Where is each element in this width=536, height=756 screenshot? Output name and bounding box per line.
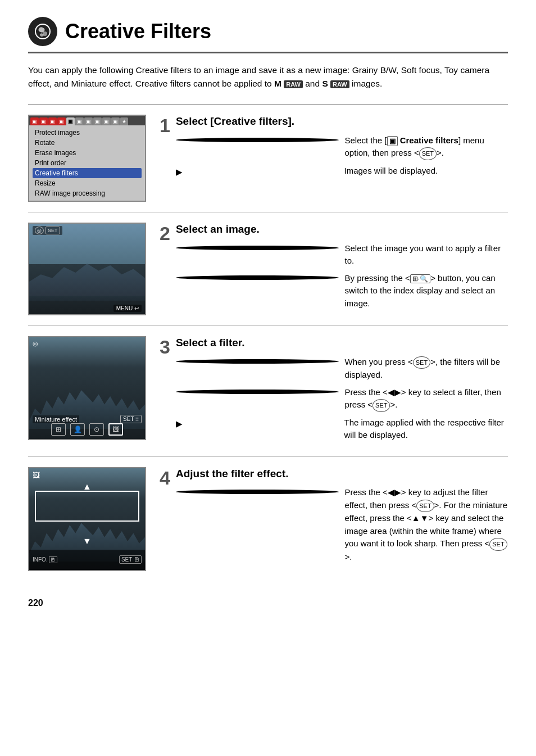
camera-screen-step2: ◎ SET MENU ↩ xyxy=(28,223,146,315)
menu-tab-10: ▣ xyxy=(111,117,120,125)
step-3-content: Select a filter. When you press <SET>, t… xyxy=(176,336,508,446)
bullet-dot-icon-3 xyxy=(176,275,339,280)
step-1-row: ▣ ▣ ▣ ▣ ▣ ▣ ▣ ▣ ▣ ▣ ★ Protect images Rot… xyxy=(28,105,508,212)
step-4-title: Adjust the filter effect. xyxy=(176,467,508,481)
step-4-bullet-1: Press the <◀▶> key to adjust the filter … xyxy=(176,486,508,563)
filter-icon-2: 👤 xyxy=(70,423,85,436)
filter-screen-effect-label: Miniature effect xyxy=(33,415,79,423)
menu-tab-1: ▣ xyxy=(30,117,39,125)
filter-icons-row: ⊞ 👤 ⊙ 🖼 xyxy=(51,423,123,436)
menu-item-rotate[interactable]: Rotate xyxy=(33,138,142,148)
camera-top-label: ◎ SET xyxy=(33,226,62,235)
page-title: Creative Filters xyxy=(65,20,211,43)
step-4-row: 🖼 ▲ ▼ INFO. 🖹 SET 🖹 4 Adjust the filter … xyxy=(28,457,508,581)
adjust-info-label: INFO. 🖹 xyxy=(33,556,57,563)
adjust-bottom-bar: INFO. 🖹 SET 🖹 xyxy=(29,550,145,570)
page-number: 220 xyxy=(28,598,508,608)
step-3-row: ◎ Miniature effect SET ≡ ⊞ 👤 ⊙ 🖼 3 Selec… xyxy=(28,326,508,457)
filter-screen: ◎ Miniature effect SET ≡ ⊞ 👤 ⊙ 🖼 xyxy=(28,336,146,440)
adjust-arrow-up-icon: ▲ xyxy=(83,482,92,492)
menu-items-list: Protect images Rotate Erase images Print… xyxy=(29,125,145,201)
step-4-number: 4 xyxy=(160,468,170,487)
menu-tab-star: ★ xyxy=(120,117,128,125)
filter-screen-set-label: SET ≡ xyxy=(120,415,142,423)
step-2-number: 2 xyxy=(160,224,170,243)
step-4-screenshot: 🖼 ▲ ▼ INFO. 🖹 SET 🖹 xyxy=(28,467,146,571)
menu-tab-6: ▣ xyxy=(75,117,84,125)
menu-tab-7: ▣ xyxy=(84,117,93,125)
step-3-bullet-1-text: When you press <SET>, the filters will b… xyxy=(344,356,508,382)
step-2-row: ◎ SET MENU ↩ 2 Select an image. Select t… xyxy=(28,212,508,326)
step-2-content: Select an image. Select the image you wa… xyxy=(176,223,508,314)
adjust-screen-icon: 🖼 xyxy=(33,471,40,479)
menu-tab-8: ▣ xyxy=(93,117,102,125)
step-2-bullet-1: Select the image you want to apply a fil… xyxy=(176,242,508,268)
step-1-bullets: Select the [▣ Creative filters] menu opt… xyxy=(176,134,508,179)
step-3-bullets: When you press <SET>, the filters will b… xyxy=(176,356,508,442)
step-3-number: 3 xyxy=(160,337,170,356)
filter-icon-1: ⊞ xyxy=(51,423,66,436)
arrow-icon: ▶ xyxy=(176,166,340,179)
menu-tabs: ▣ ▣ ▣ ▣ ▣ ▣ ▣ ▣ ▣ ▣ ★ xyxy=(29,116,145,125)
step-1-bullet-2: ▶ Images will be displayed. xyxy=(176,165,508,179)
step-1-number: 1 xyxy=(160,116,170,135)
menu-item-protect[interactable]: Protect images xyxy=(33,128,142,138)
step-1-bullet-2-text: Images will be displayed. xyxy=(344,165,508,178)
creative-filters-icon xyxy=(28,17,57,46)
step-1-bullet-1-text: Select the [▣ Creative filters] menu opt… xyxy=(344,134,508,160)
step-3-bullet-3: ▶ The image applied with the respective … xyxy=(176,417,508,442)
menu-tab-9: ▣ xyxy=(102,117,111,125)
filter-screen-icon: ◎ xyxy=(33,340,38,347)
bullet-dot-icon-6 xyxy=(176,490,339,494)
menu-item-resize[interactable]: Resize xyxy=(33,178,142,188)
arrow-icon-2: ▶ xyxy=(176,418,340,431)
step-2-bullet-1-text: Select the image you want to apply a fil… xyxy=(344,242,508,268)
adjust-arrow-down-icon: ▼ xyxy=(83,536,92,546)
menu-item-erase[interactable]: Erase images xyxy=(33,148,142,158)
menu-screen: ▣ ▣ ▣ ▣ ▣ ▣ ▣ ▣ ▣ ▣ ★ Protect images Rot… xyxy=(28,115,146,202)
bullet-dot-icon xyxy=(176,138,339,142)
step-1-content: Select [Creative filters]. Select the [▣… xyxy=(176,115,508,183)
menu-item-raw[interactable]: RAW image processing xyxy=(33,188,142,198)
step-3-screenshot: ◎ Miniature effect SET ≡ ⊞ 👤 ⊙ 🖼 xyxy=(28,336,146,440)
menu-item-creative[interactable]: Creative filters xyxy=(33,168,142,178)
menu-tab-4: ▣ xyxy=(57,117,66,125)
city-image xyxy=(29,224,145,314)
step-1-screenshot: ▣ ▣ ▣ ▣ ▣ ▣ ▣ ▣ ▣ ▣ ★ Protect images Rot… xyxy=(28,115,146,202)
filter-icon-4: 🖼 xyxy=(108,423,123,436)
step-2-screenshot: ◎ SET MENU ↩ xyxy=(28,223,146,315)
step-4-bullet-1-text: Press the <◀▶> key to adjust the filter … xyxy=(344,486,508,563)
bullet-dot-icon-4 xyxy=(176,359,339,364)
step-3-bullet-3-text: The image applied with the respective fi… xyxy=(344,417,508,442)
adjust-set-label: SET 🖹 xyxy=(119,555,142,564)
step-1-bullet-1: Select the [▣ Creative filters] menu opt… xyxy=(176,134,508,160)
step-2-bullet-2: By pressing the <⊞·🔍> button, you can sw… xyxy=(176,272,508,310)
filter-icon-svg xyxy=(34,23,51,40)
steps-container: ▣ ▣ ▣ ▣ ▣ ▣ ▣ ▣ ▣ ▣ ★ Protect images Rot… xyxy=(28,105,508,581)
bullet-dot-icon-2 xyxy=(176,246,339,250)
step-1-title: Select [Creative filters]. xyxy=(176,115,508,129)
menu-item-print[interactable]: Print order xyxy=(33,158,142,168)
step-3-title: Select a filter. xyxy=(176,336,508,350)
step-2-title: Select an image. xyxy=(176,223,508,237)
step-4-bullets: Press the <◀▶> key to adjust the filter … xyxy=(176,486,508,563)
menu-tab-2: ▣ xyxy=(39,117,48,125)
camera-menu-label: MENU ↩ xyxy=(113,305,142,312)
page-header: Creative Filters xyxy=(28,17,508,53)
filter-icon-3: ⊙ xyxy=(89,423,104,436)
step-4-content: Adjust the filter effect. Press the <◀▶>… xyxy=(176,467,508,568)
bullet-dot-icon-5 xyxy=(176,390,339,394)
menu-tab-5-active: ▣ xyxy=(66,117,75,125)
intro-paragraph: You can apply the following Creative fil… xyxy=(28,64,508,90)
step-3-bullet-2: Press the <◀▶> key to select a filter, t… xyxy=(176,386,508,412)
step-3-bullet-2-text: Press the <◀▶> key to select a filter, t… xyxy=(344,386,508,412)
step-2-bullets: Select the image you want to apply a fil… xyxy=(176,242,508,310)
menu-tab-3: ▣ xyxy=(48,117,57,125)
adjust-screen: 🖼 ▲ ▼ INFO. 🖹 SET 🖹 xyxy=(28,467,146,571)
step-3-bullet-1: When you press <SET>, the filters will b… xyxy=(176,356,508,382)
step-2-bullet-2-text: By pressing the <⊞·🔍> button, you can sw… xyxy=(344,272,508,310)
